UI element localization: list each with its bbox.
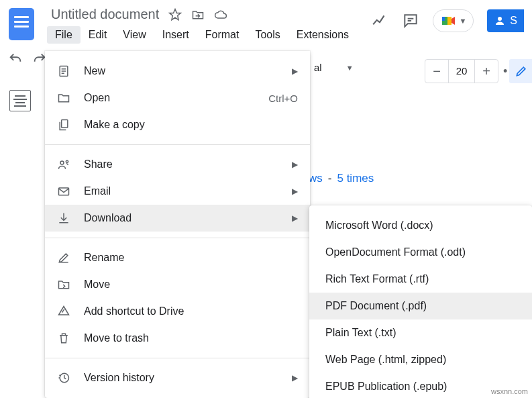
menu-format[interactable]: Format <box>197 26 248 44</box>
analytics-icon[interactable] <box>371 12 388 30</box>
pencil-icon <box>515 64 528 78</box>
drive-shortcut-icon <box>57 305 70 318</box>
share-button[interactable]: S <box>487 9 524 32</box>
file-email[interactable]: Email ▶ <box>45 178 310 205</box>
trash-icon <box>57 332 70 345</box>
file-move[interactable]: Move <box>45 271 310 298</box>
download-docx[interactable]: Microsoft Word (.docx) <box>309 212 532 239</box>
document-icon <box>57 64 70 78</box>
file-move-trash[interactable]: Move to trash <box>45 325 310 352</box>
svg-rect-9 <box>59 188 69 195</box>
outline-toggle[interactable] <box>9 90 31 111</box>
download-pdf[interactable]: PDF Document (.pdf) <box>309 293 532 319</box>
submenu-arrow-icon: ▶ <box>292 213 298 223</box>
file-download[interactable]: Download ▶ <box>45 205 310 232</box>
file-share[interactable]: Share ▶ <box>45 151 310 178</box>
history-icon <box>57 371 70 385</box>
svg-marker-2 <box>451 17 455 25</box>
person-icon <box>494 15 506 27</box>
undo-icon[interactable] <box>8 52 23 66</box>
separator <box>45 144 310 145</box>
download-txt[interactable]: Plain Text (.txt) <box>309 319 532 346</box>
download-rtf[interactable]: Rich Text Format (.rtf) <box>309 266 532 293</box>
submenu-arrow-icon: ▶ <box>292 66 298 76</box>
font-selector[interactable]: al ▼ <box>314 62 354 73</box>
star-icon[interactable] <box>168 8 182 21</box>
meet-icon <box>440 13 456 29</box>
file-make-copy[interactable]: Make a copy <box>45 111 310 138</box>
document-content: ws - 5 times <box>309 172 374 185</box>
file-add-shortcut[interactable]: Add shortcut to Drive <box>45 298 310 325</box>
font-name: al <box>314 62 322 73</box>
watermark: wsxnn.com <box>491 387 528 395</box>
move-icon <box>57 278 70 291</box>
file-open[interactable]: Open Ctrl+O <box>45 85 310 111</box>
shortcut-label: Ctrl+O <box>268 93 298 104</box>
doc-text-3: 5 times <box>337 172 374 185</box>
file-rename[interactable]: Rename <box>45 244 310 271</box>
submenu-arrow-icon: ▶ <box>292 373 298 383</box>
folder-icon <box>57 91 70 105</box>
move-folder-icon[interactable] <box>191 8 205 21</box>
edit-mode-button[interactable] <box>509 59 532 83</box>
menu-file[interactable]: File <box>47 26 81 44</box>
download-submenu: Microsoft Word (.docx) OpenDocument Form… <box>309 205 532 398</box>
svg-point-8 <box>66 160 68 162</box>
share-label: S <box>510 15 517 27</box>
menu-view[interactable]: View <box>115 26 154 44</box>
svg-point-7 <box>60 161 64 164</box>
copy-icon <box>57 118 70 132</box>
submenu-arrow-icon: ▶ <box>292 187 298 196</box>
svg-rect-3 <box>442 17 445 21</box>
zoom-control: − 20 + <box>425 59 498 83</box>
svg-point-4 <box>498 17 502 21</box>
doc-text-1: ws <box>309 172 323 185</box>
download-odt[interactable]: OpenDocument Format (.odt) <box>309 239 532 266</box>
file-version-history[interactable]: Version history ▶ <box>45 364 310 391</box>
header-right-tools: ▼ S <box>371 9 532 32</box>
document-title[interactable]: Untitled document <box>51 7 159 22</box>
docs-logo[interactable] <box>0 5 43 40</box>
separator <box>45 238 310 238</box>
menu-tools[interactable]: Tools <box>247 26 288 44</box>
download-html[interactable]: Web Page (.html, zipped) <box>309 346 532 373</box>
share-icon <box>57 158 70 171</box>
zoom-in-button[interactable]: + <box>475 60 498 83</box>
doc-text-2: - <box>328 172 332 185</box>
comments-icon[interactable] <box>402 12 419 30</box>
svg-rect-1 <box>447 17 451 25</box>
svg-rect-6 <box>62 120 68 128</box>
rename-icon <box>57 251 70 264</box>
cloud-status-icon[interactable] <box>214 8 227 21</box>
separator <box>45 358 310 358</box>
chevron-down-icon: ▼ <box>346 64 354 72</box>
file-new[interactable]: New ▶ <box>45 58 310 85</box>
submenu-arrow-icon: ▶ <box>292 160 298 169</box>
email-icon <box>57 185 70 198</box>
menu-edit[interactable]: Edit <box>81 26 115 44</box>
file-dropdown: New ▶ Open Ctrl+O Make a copy Share ▶ Em… <box>45 51 310 398</box>
zoom-value[interactable]: 20 <box>448 60 475 83</box>
menu-insert[interactable]: Insert <box>154 26 197 44</box>
zoom-out-button[interactable]: − <box>425 60 448 83</box>
meet-button[interactable]: ▼ <box>433 9 474 32</box>
menu-extensions[interactable]: Extensions <box>288 26 357 44</box>
download-icon <box>57 211 70 225</box>
